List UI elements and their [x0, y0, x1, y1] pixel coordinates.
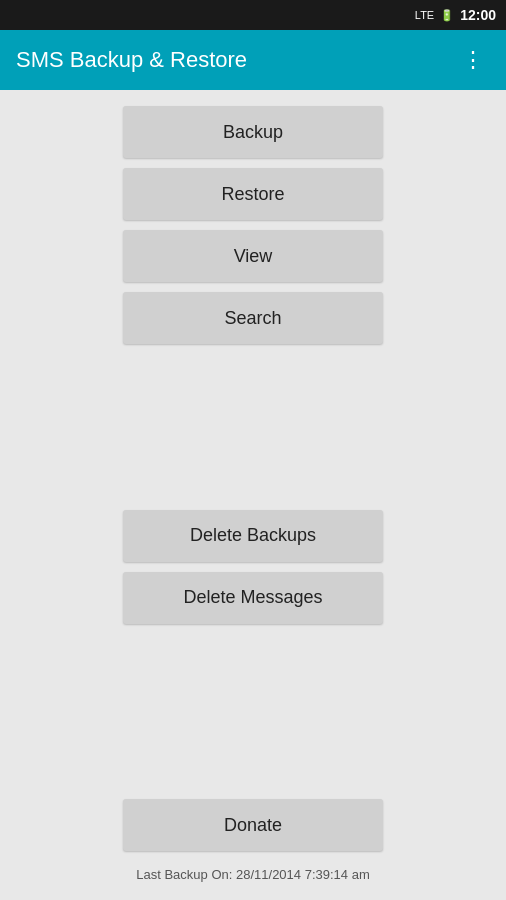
clock: 12:00 [460, 7, 496, 23]
backup-button[interactable]: Backup [123, 106, 383, 158]
app-bar: SMS Backup & Restore ⋮ [0, 30, 506, 90]
overflow-menu-button[interactable]: ⋮ [456, 41, 490, 79]
top-button-group: Backup Restore View Search [0, 106, 506, 354]
main-content: Backup Restore View Search Delete Backup… [0, 90, 506, 900]
view-button[interactable]: View [123, 230, 383, 282]
delete-messages-button[interactable]: Delete Messages [123, 572, 383, 624]
status-bar: LTE 🔋 12:00 [0, 0, 506, 30]
donate-group: Donate Last Backup On: 28/11/2014 7:39:1… [0, 799, 506, 890]
donate-button[interactable]: Donate [123, 799, 383, 851]
app-title: SMS Backup & Restore [16, 47, 247, 73]
battery-icon: 🔋 [440, 9, 454, 22]
search-button[interactable]: Search [123, 292, 383, 344]
restore-button[interactable]: Restore [123, 168, 383, 220]
delete-backups-button[interactable]: Delete Backups [123, 510, 383, 562]
last-backup-label: Last Backup On: 28/11/2014 7:39:14 am [136, 867, 369, 882]
lte-icon: LTE [415, 9, 434, 21]
bottom-button-group: Delete Backups Delete Messages [0, 510, 506, 634]
